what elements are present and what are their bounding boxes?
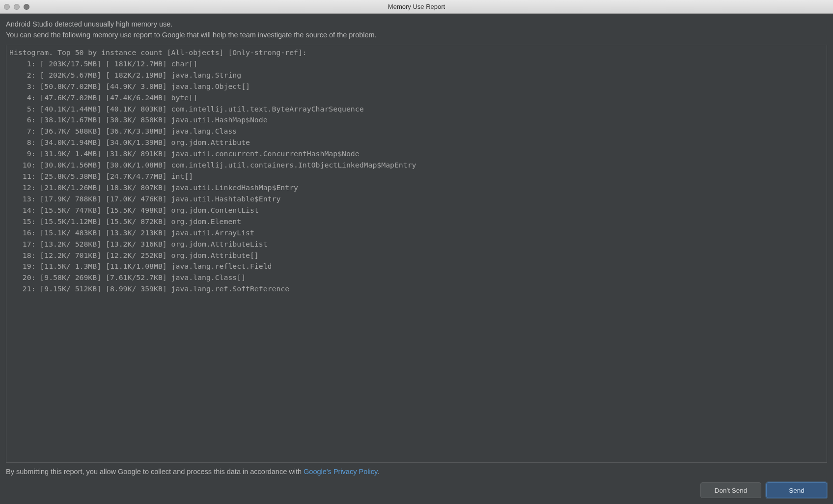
report-textarea[interactable]: Histogram. Top 50 by instance count [All… (6, 45, 827, 463)
window-title: Memory Use Report (0, 3, 833, 10)
privacy-policy-link[interactable]: Google's Privacy Policy (304, 468, 377, 476)
privacy-prefix: By submitting this report, you allow Goo… (6, 468, 304, 476)
button-row: Don't Send Send (6, 482, 827, 498)
intro-line-1: Android Studio detected unusually high m… (6, 19, 827, 29)
privacy-notice: By submitting this report, you allow Goo… (6, 468, 827, 476)
report-content: Histogram. Top 50 by instance count [All… (9, 47, 824, 295)
dont-send-button[interactable]: Don't Send (700, 482, 761, 498)
close-icon[interactable] (4, 4, 10, 10)
window-controls (4, 4, 29, 10)
dialog-body: Android Studio detected unusually high m… (0, 14, 833, 504)
send-button[interactable]: Send (766, 482, 827, 498)
intro-line-2: You can send the following memory use re… (6, 29, 827, 40)
intro-text: Android Studio detected unusually high m… (6, 19, 827, 41)
privacy-suffix: . (377, 468, 379, 476)
minimize-icon[interactable] (14, 4, 20, 10)
maximize-icon[interactable] (24, 4, 29, 10)
titlebar: Memory Use Report (0, 0, 833, 14)
